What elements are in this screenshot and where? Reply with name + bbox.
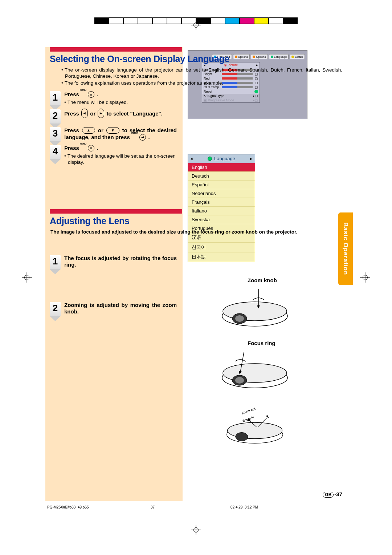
step-3: 3 Press ▴ or ▾ to select the desired lan… — [50, 127, 350, 141]
step-text: Zooming is adjusted by moving the zoom k… — [64, 302, 177, 316]
registration-mark-right — [360, 272, 370, 283]
section-divider — [50, 209, 182, 214]
step-number: 2 — [50, 109, 61, 123]
color-swatch — [225, 17, 240, 24]
color-swatch — [167, 17, 181, 24]
heading-select-language: Selecting the On-screen Display Language — [50, 54, 350, 64]
step-1: 1 Press MENU . The menu will be displaye… — [50, 91, 350, 106]
right-button-icon: ▸ — [98, 109, 104, 118]
footer-page: 37 — [151, 505, 155, 509]
step-text: Press — [64, 110, 81, 117]
menu-button-icon — [88, 91, 94, 98]
color-swatch — [152, 17, 167, 24]
step-number: 1 — [50, 255, 61, 269]
registration-mark-left — [22, 272, 32, 283]
step-4: 4 Press MENU . The desired language will… — [50, 145, 350, 166]
registration-mark-bottom — [191, 525, 201, 535]
step-text: . — [95, 145, 98, 151]
step-text: . — [147, 134, 150, 140]
menu-label: MENU — [80, 89, 86, 91]
page-number: GB-37 — [323, 491, 342, 498]
section2-intro: The image is focused and adjusted to the… — [50, 229, 342, 235]
left-button-icon: ◂ — [81, 109, 88, 118]
bullet-text: The following explanation uses operation… — [61, 80, 342, 86]
step-number: 4 — [50, 145, 61, 159]
step-text: The focus is adjusted by rotating the fo… — [64, 255, 177, 269]
color-swatch — [211, 17, 225, 24]
footer-filename: PG-M25X#E#p33_49.p65 — [47, 505, 89, 509]
color-swatch — [123, 17, 138, 24]
page-content: Selecting the On-screen Display Language… — [45, 47, 350, 501]
section-divider — [50, 47, 182, 52]
step-2: 2 Press ◂ or ▸ to select "Language". — [50, 109, 350, 123]
color-swatch — [283, 17, 298, 24]
step-text: Press — [64, 91, 81, 97]
zoom-in-label: Zoom in — [242, 415, 255, 423]
menu-label: MENU — [80, 143, 86, 145]
color-swatch — [109, 17, 123, 24]
color-swatch — [138, 17, 152, 24]
step-sub: The desired language will be set as the … — [64, 153, 177, 166]
color-swatch — [240, 17, 254, 24]
callout-focus-ring: Focus ring — [248, 340, 275, 346]
svg-point-14 — [236, 432, 248, 441]
svg-point-9 — [235, 377, 244, 384]
step-number: 1 — [50, 91, 61, 105]
color-swatch — [269, 17, 283, 24]
heading-adjust-lens: Adjusting the Lens — [50, 216, 350, 226]
svg-point-3 — [235, 315, 244, 322]
up-button-icon: ▴ — [82, 127, 95, 134]
projector-illustration-focus — [219, 347, 291, 390]
svg-marker-16 — [266, 415, 269, 418]
step-sub: The menu will be displayed. — [64, 100, 177, 106]
section1-bullets: The on-screen display language of the pr… — [61, 67, 342, 86]
down-button-icon: ▾ — [106, 127, 119, 134]
projector-icon — [219, 347, 291, 390]
step-number: 3 — [50, 127, 61, 141]
projector-icon: Zoom out Zoom in — [219, 405, 291, 449]
footer-date: 02.4.29, 3:12 PM — [230, 505, 258, 509]
menu-button-icon — [88, 145, 94, 151]
page-region: GB — [323, 492, 334, 498]
step-text: Press — [64, 127, 81, 133]
step-text: or — [96, 127, 106, 133]
step-text: . — [95, 91, 98, 97]
step-sub-text: The menu will be displayed. — [64, 100, 177, 106]
color-swatch — [254, 17, 269, 24]
step-text: or — [89, 110, 97, 117]
color-swatch — [94, 17, 109, 24]
bullet-text: The on-screen display language of the pr… — [61, 67, 342, 80]
step-number: 2 — [50, 302, 61, 316]
lens-step-1: 1 The focus is adjusted by rotating the … — [50, 255, 350, 269]
step-sub-text: The desired language will be set as the … — [64, 153, 177, 166]
registration-mark-top — [191, 20, 201, 30]
zoom-out-label: Zoom out — [241, 407, 256, 415]
step-text: Press — [64, 145, 81, 151]
enter-label: ENTER — [131, 132, 138, 134]
lens-step-2: 2 Zooming is adjusted by moving the zoom… — [50, 302, 350, 316]
projector-illustration-zoom-direction: Zoom out Zoom in — [219, 405, 291, 449]
step-text: to select "Language". — [105, 110, 162, 117]
enter-button-icon — [139, 134, 146, 141]
page-num-value: -37 — [334, 491, 342, 497]
